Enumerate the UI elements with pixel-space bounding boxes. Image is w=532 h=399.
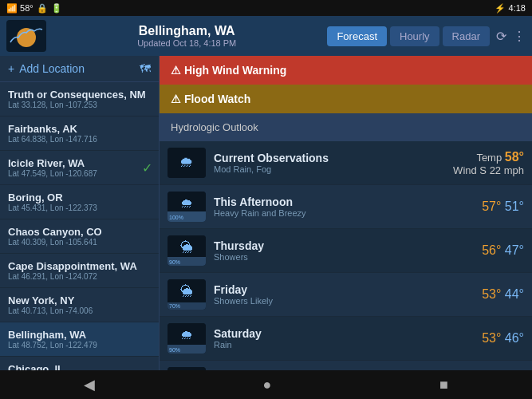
forecast-thumb-thursday: 90% 🌦: [167, 235, 206, 266]
charging-icon: ⚡: [495, 3, 506, 14]
forecast-desc-friday: Showers Likely: [214, 296, 474, 306]
forecast-temps-friday: 53° 44°: [482, 287, 524, 302]
forecast-temps-afternoon: 57° 51°: [482, 200, 524, 214]
back-button[interactable]: ◀: [68, 373, 111, 397]
location-item[interactable]: Fairbanks, AK Lat 64.838, Lon -147.716: [0, 117, 159, 151]
header-action-icons: ⟳ ⋮: [496, 29, 526, 44]
svg-text:100%: 100%: [169, 215, 183, 220]
forecast-period-current: Current Observations: [214, 152, 445, 164]
forecast-row-sunday[interactable]: 🌦 Sunday Rain Likely 55° 47°: [160, 361, 532, 370]
forecast-period-friday: Friday: [214, 283, 474, 296]
bottom-nav: ◀ ● ■: [0, 370, 532, 399]
tab-radar[interactable]: Radar: [443, 26, 490, 46]
forecast-thumb-saturday: 90% 🌧: [167, 323, 206, 354]
location-item[interactable]: Boring, OR Lat 45.431, Lon -122.373: [0, 185, 159, 219]
map-icon: 🗺: [140, 62, 151, 75]
forecast-period-afternoon: This Afternoon: [214, 196, 474, 208]
forecast-desc-afternoon: Heavy Rain and Breezy: [214, 208, 474, 218]
forecast-temps-saturday: 53° 46°: [482, 331, 524, 346]
forecast-info-current: Current Observations Mod Rain, Fog: [214, 152, 445, 174]
content-area: ⚠ High Wind Warning ⚠ Flood Watch Hydrol…: [160, 56, 532, 370]
forecast-period-saturday: Saturday: [214, 327, 474, 340]
forecast-info-saturday: Saturday Rain: [214, 327, 474, 350]
svg-text:🌧: 🌧: [180, 328, 193, 342]
alert-flood-watch[interactable]: ⚠ Flood Watch: [160, 85, 532, 113]
location-item-bellingham[interactable]: Bellingham, WA Lat 48.752, Lon -122.479: [0, 322, 159, 357]
refresh-icon[interactable]: ⟳: [496, 29, 506, 44]
forecast-row-current[interactable]: 🌧 Current Observations Mod Rain, Fog Tem…: [160, 141, 532, 185]
alert-high-wind[interactable]: ⚠ High Wind Warning: [160, 56, 532, 85]
status-bar: 📶 58° 🔒 🔋 ⚡ 4:18: [0, 0, 532, 16]
status-left: 📶 58° 🔒 🔋: [6, 3, 62, 14]
tab-hourly[interactable]: Hourly: [390, 26, 439, 46]
svg-text:🌧: 🌧: [179, 154, 194, 170]
add-location-button[interactable]: + Add Location 🗺: [0, 56, 159, 82]
top-header: Bellingham, WA Updated Oct 18, 4:18 PM F…: [0, 16, 532, 56]
signal-strength: 📶 58°: [6, 3, 33, 14]
location-item[interactable]: New York, NY Lat 40.713, Lon -74.006: [0, 288, 159, 322]
recent-button[interactable]: ■: [424, 373, 464, 397]
forecast-period-thursday: Thursday: [214, 239, 474, 252]
home-button[interactable]: ●: [247, 373, 288, 397]
app-logo: [6, 20, 46, 52]
forecast-desc-thursday: Showers: [214, 252, 474, 262]
forecast-thumb-friday: 70% 🌦: [167, 279, 206, 310]
location-item-icicle[interactable]: Icicle River, WA Lat 47.549, Lon -120.68…: [0, 151, 159, 185]
forecast-row-saturday[interactable]: 90% 🌧 Saturday Rain 53° 46°: [160, 317, 532, 361]
forecast-desc-current: Mod Rain, Fog: [214, 164, 445, 174]
svg-rect-20: [167, 367, 206, 370]
forecast-thumb-afternoon: 100% 🌧: [167, 192, 206, 222]
forecast-info-afternoon: This Afternoon Heavy Rain and Breezy: [214, 196, 474, 218]
svg-text:🌧: 🌧: [180, 196, 193, 210]
location-item[interactable]: Truth or Consequences, NM Lat 33.128, Lo…: [0, 82, 159, 117]
svg-text:70%: 70%: [169, 303, 180, 309]
lock-icon: 🔒: [37, 3, 48, 14]
svg-text:90%: 90%: [169, 259, 180, 265]
forecast-row-thursday[interactable]: 90% 🌦 Thursday Showers 56° 47°: [160, 229, 532, 273]
location-item[interactable]: Cape Disappointment, WA Lat 46.291, Lon …: [0, 254, 159, 288]
forecast-thumb-sunday: 🌦: [167, 367, 206, 370]
sidebar: + Add Location 🗺 Truth or Consequences, …: [0, 56, 160, 370]
location-item[interactable]: Chicago, IL Lat 41.878, Lon -87.63: [0, 357, 159, 370]
header-tabs: Forecast Hourly Radar: [327, 26, 490, 46]
more-icon[interactable]: ⋮: [513, 29, 526, 44]
forecast-row-friday[interactable]: 70% 🌦 Friday Showers Likely 53° 44°: [160, 273, 532, 317]
forecast-info-friday: Friday Showers Likely: [214, 283, 474, 306]
forecast-desc-saturday: Rain: [214, 340, 474, 350]
current-obs-temps: Temp 58° Wind S 22 mph: [453, 150, 524, 176]
battery-icon: 🔋: [51, 3, 62, 14]
main-layout: + Add Location 🗺 Truth or Consequences, …: [0, 56, 532, 370]
status-time: 4:18: [509, 3, 526, 13]
location-item[interactable]: Chaos Canyon, CO Lat 40.309, Lon -105.64…: [0, 219, 159, 254]
status-right: ⚡ 4:18: [495, 3, 526, 14]
tab-forecast[interactable]: Forecast: [327, 26, 387, 46]
alert-hydrologic[interactable]: Hydrologic Outlook: [160, 113, 532, 141]
svg-text:🌦: 🌦: [180, 240, 193, 254]
header-city: Bellingham, WA: [46, 24, 327, 38]
svg-text:🌦: 🌦: [180, 284, 193, 298]
add-location-label: Add Location: [19, 62, 85, 75]
plus-icon: +: [8, 62, 14, 75]
svg-text:90%: 90%: [169, 347, 180, 353]
forecast-thumb-current: 🌧: [167, 148, 206, 178]
forecast-row-afternoon[interactable]: 100% 🌧 This Afternoon Heavy Rain and Bre…: [160, 185, 532, 229]
checkmark-icon: ✓: [142, 160, 152, 176]
header-location: Bellingham, WA Updated Oct 18, 4:18 PM: [46, 24, 327, 48]
forecast-info-thursday: Thursday Showers: [214, 239, 474, 262]
header-updated: Updated Oct 18, 4:18 PM: [46, 38, 327, 48]
forecast-temps-thursday: 56° 47°: [482, 243, 524, 258]
